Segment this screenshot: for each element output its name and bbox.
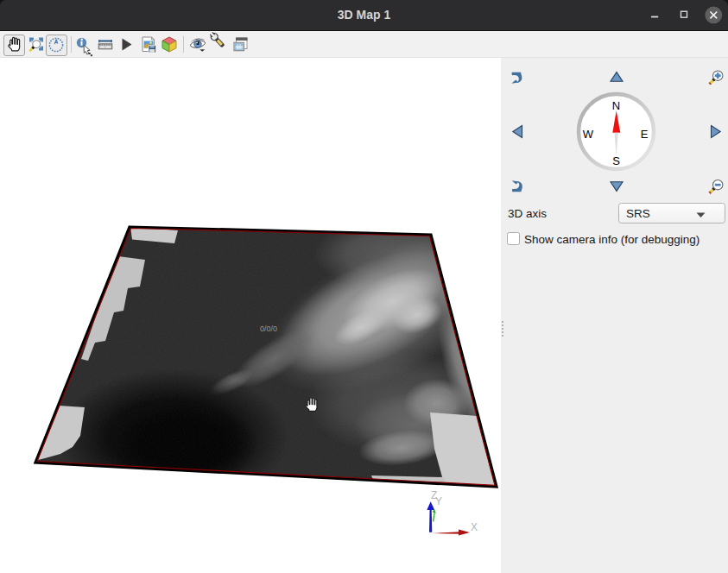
svg-text:SRS: SRS <box>626 207 650 220</box>
svg-text:E: E <box>641 128 649 141</box>
svg-text:N: N <box>612 99 620 112</box>
svg-text:W: W <box>583 128 594 141</box>
svg-text:S: S <box>612 154 620 167</box>
svg-text:X: X <box>471 521 478 533</box>
svg-text:0/0/0: 0/0/0 <box>260 324 277 333</box>
svg-text:Y: Y <box>435 495 442 507</box>
